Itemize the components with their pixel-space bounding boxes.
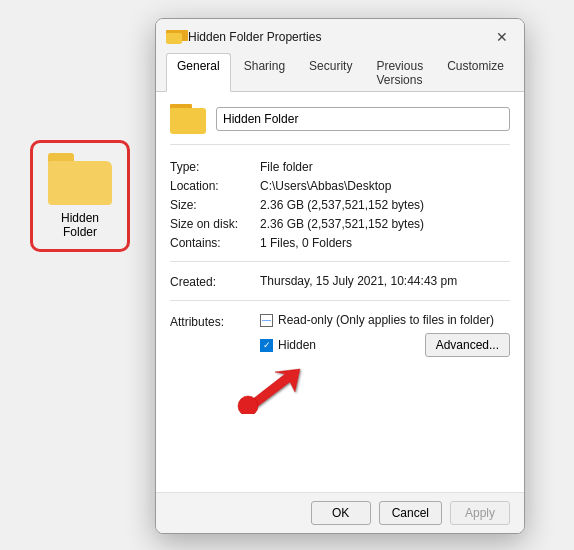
tab-security[interactable]: Security xyxy=(298,53,363,92)
desktop-icon-label: Hidden Folder xyxy=(43,211,117,239)
folder-name-input[interactable] xyxy=(216,107,510,131)
dialog-titlebar: Hidden Folder Properties ✕ xyxy=(156,19,524,53)
readonly-left: Read-only (Only applies to files in fold… xyxy=(260,313,494,327)
readonly-checkbox[interactable] xyxy=(260,314,273,327)
dialog-title-left: Hidden Folder Properties xyxy=(166,30,321,44)
red-arrow-icon xyxy=(230,364,320,414)
close-button[interactable]: ✕ xyxy=(492,27,512,47)
cancel-button[interactable]: Cancel xyxy=(379,501,442,525)
size-on-disk-value: 2.36 GB (2,537,521,152 bytes) xyxy=(260,216,510,232)
desktop-folder-icon[interactable]: Hidden Folder xyxy=(30,140,130,252)
title-folder-icon xyxy=(166,30,182,44)
properties-grid: Type: File folder Location: C:\Users\Abb… xyxy=(170,159,510,262)
readonly-row: Read-only (Only applies to files in fold… xyxy=(260,313,510,327)
attributes-label: Attributes: xyxy=(170,313,260,329)
apply-button: Apply xyxy=(450,501,510,525)
size-label: Size: xyxy=(170,197,260,213)
tabs-bar: General Sharing Security Previous Versio… xyxy=(156,53,524,92)
location-label: Location: xyxy=(170,178,260,194)
created-row: Created: Thursday, 15 July 2021, 10:44:4… xyxy=(170,274,510,301)
properties-dialog: Hidden Folder Properties ✕ General Shari… xyxy=(155,18,525,534)
dialog-footer: OK Cancel Apply xyxy=(156,492,524,533)
tab-general[interactable]: General xyxy=(166,53,231,92)
hidden-label: Hidden xyxy=(278,338,316,352)
size-value: 2.36 GB (2,537,521,152 bytes) xyxy=(260,197,510,213)
folder-icon-large xyxy=(48,153,112,205)
hidden-left: Hidden xyxy=(260,338,316,352)
location-value: C:\Users\Abbas\Desktop xyxy=(260,178,510,194)
contains-label: Contains: xyxy=(170,235,260,251)
folder-icon-medium xyxy=(170,104,206,134)
hidden-row: Hidden Advanced... xyxy=(260,333,510,357)
attributes-controls: Read-only (Only applies to files in fold… xyxy=(260,313,510,357)
tab-sharing[interactable]: Sharing xyxy=(233,53,296,92)
attributes-section: Attributes: Read-only (Only applies to f… xyxy=(170,313,510,357)
contains-value: 1 Files, 0 Folders xyxy=(260,235,510,251)
type-value: File folder xyxy=(260,159,510,175)
dialog-content: Type: File folder Location: C:\Users\Abb… xyxy=(156,92,524,492)
tab-previous-versions[interactable]: Previous Versions xyxy=(365,53,434,92)
size-on-disk-label: Size on disk: xyxy=(170,216,260,232)
tab-customize[interactable]: Customize xyxy=(436,53,515,92)
type-label: Type: xyxy=(170,159,260,175)
readonly-label: Read-only (Only applies to files in fold… xyxy=(278,313,494,327)
created-value: Thursday, 15 July 2021, 10:44:43 pm xyxy=(260,274,510,290)
svg-point-1 xyxy=(238,396,258,414)
dialog-title: Hidden Folder Properties xyxy=(188,30,321,44)
folder-name-row xyxy=(170,104,510,145)
hidden-checkbox[interactable] xyxy=(260,339,273,352)
ok-button[interactable]: OK xyxy=(311,501,371,525)
advanced-button[interactable]: Advanced... xyxy=(425,333,510,357)
arrow-indicator xyxy=(260,359,510,409)
created-label: Created: xyxy=(170,274,260,290)
